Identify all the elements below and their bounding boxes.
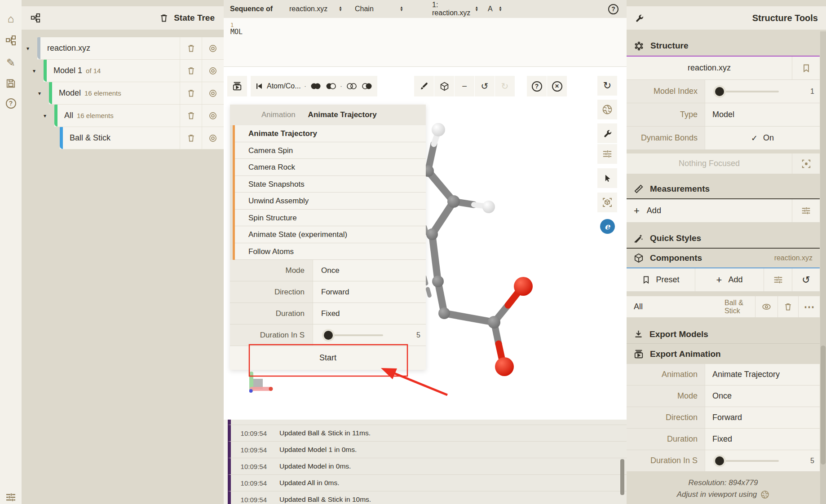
export-animation-select[interactable]: Animate Trajectory <box>705 364 820 385</box>
home-icon[interactable]: ⌂ <box>1 9 21 29</box>
menu-item-unwind-assembly[interactable]: Unwind Assembly <box>235 193 426 210</box>
tree-icon[interactable] <box>31 13 40 23</box>
component-representation[interactable]: Ball & Stick <box>724 296 755 317</box>
component-cube-button[interactable] <box>434 76 454 96</box>
tree-row-model[interactable]: ▾ Model 16 elements <box>49 82 224 105</box>
menu-item-camera-spin[interactable]: Camera Spin <box>235 142 426 159</box>
settings-sliders-icon[interactable] <box>1 487 21 504</box>
component-visibility-button[interactable] <box>755 296 777 317</box>
chain-select[interactable]: 1: reaction.xyz ▲▼ <box>432 0 474 18</box>
duration-select[interactable]: Fixed <box>313 303 426 324</box>
selection-add-icon[interactable] <box>310 83 322 90</box>
animation-menu-button[interactable] <box>227 76 247 96</box>
visibility-button[interactable] <box>202 105 224 127</box>
focus-target-button[interactable] <box>792 153 820 174</box>
log-scrollbar-thumb[interactable] <box>620 459 624 495</box>
slider-knob[interactable] <box>322 329 335 342</box>
section-export-animation[interactable]: Export Animation <box>627 344 820 364</box>
direction-select[interactable]: Forward <box>313 281 426 302</box>
tree-row-all[interactable]: ▾ All 16 elements <box>54 105 224 127</box>
tree-row-model1[interactable]: ▾ Model 1 of 14 <box>44 60 224 82</box>
preset-button[interactable]: Preset <box>627 268 695 291</box>
section-components[interactable]: Components reaction.xyz <box>627 248 820 268</box>
molstar-badge[interactable]: e <box>597 216 617 236</box>
reset-zoom-button[interactable] <box>597 193 617 212</box>
export-mode-select[interactable]: Once <box>705 386 820 407</box>
visibility-button[interactable] <box>202 82 224 104</box>
components-add-button[interactable]: + Add <box>695 268 764 291</box>
model-index-slider[interactable] <box>716 91 779 92</box>
selection-set-icon[interactable] <box>361 83 373 90</box>
components-history-button[interactable]: ↺ <box>792 268 820 291</box>
subtract-button[interactable]: − <box>455 76 474 96</box>
component-more-button[interactable]: ⋯ <box>798 296 820 317</box>
visibility-button[interactable] <box>202 127 224 149</box>
controls-toggle-button[interactable] <box>597 123 617 143</box>
menu-item-state-snapshots[interactable]: State Snapshots <box>235 176 426 193</box>
section-quick-styles[interactable]: Quick Styles <box>627 229 820 248</box>
viewport-close-button[interactable]: ✕ <box>547 76 567 96</box>
selection-granularity-label[interactable]: Atom/Co... <box>267 82 301 90</box>
measurements-add-button[interactable]: + Add <box>627 199 792 222</box>
export-direction-select[interactable]: Forward <box>705 407 820 428</box>
operator-select[interactable]: A ▲▼ <box>488 0 502 18</box>
theme-brush-button[interactable] <box>414 76 434 96</box>
help-rail-icon[interactable]: ? <box>1 93 21 113</box>
mode-select[interactable]: Once <box>313 260 426 281</box>
state-tree-icon[interactable] <box>1 31 21 50</box>
chevron-down-icon[interactable]: ▾ <box>33 68 35 74</box>
visibility-button[interactable] <box>202 37 224 59</box>
component-name[interactable]: All <box>627 296 724 317</box>
animation-menu-header[interactable]: Animation Animate Trajectory <box>230 105 426 125</box>
selection-mode-button[interactable] <box>597 168 617 188</box>
trash-button[interactable] <box>180 105 202 127</box>
dynamic-bonds-toggle[interactable]: ✓ On <box>705 127 820 149</box>
trash-button[interactable] <box>180 37 202 59</box>
visibility-button[interactable] <box>202 60 224 82</box>
type-select[interactable]: Model <box>705 103 820 126</box>
sequence-residue[interactable]: MOL <box>230 28 627 36</box>
chevron-down-icon[interactable]: ▾ <box>44 113 46 119</box>
edit-icon[interactable]: ✎ <box>1 53 21 73</box>
redo-button[interactable]: ↻ <box>495 76 515 96</box>
menu-item-spin-structure[interactable]: Spin Structure <box>235 210 426 227</box>
viewport[interactable]: Atom/Co... · · − ↺ ↻ ? ✕ <box>224 66 627 420</box>
start-button[interactable]: Start <box>230 346 426 370</box>
tree-row-ball-stick[interactable]: Ball & Stick <box>60 127 224 149</box>
chevron-down-icon[interactable]: ▾ <box>27 45 29 52</box>
viewport-settings-button[interactable] <box>597 144 617 164</box>
chevron-down-icon[interactable]: ▾ <box>38 90 41 96</box>
slider-knob[interactable] <box>713 455 726 467</box>
section-export-models[interactable]: Export Models <box>627 325 820 344</box>
trash-icon[interactable] <box>159 13 168 22</box>
undo-button[interactable]: ↺ <box>475 76 495 96</box>
trash-button[interactable] <box>180 60 202 82</box>
menu-item-camera-rock[interactable]: Camera Rock <box>235 159 426 176</box>
component-trash-button[interactable] <box>777 296 798 317</box>
panel-scrollbar-thumb[interactable] <box>821 346 826 465</box>
components-options-button[interactable] <box>764 268 792 291</box>
reset-camera-button[interactable]: ↻ <box>597 76 617 96</box>
panel-scrollbar-track[interactable] <box>820 31 826 504</box>
save-icon[interactable] <box>1 74 21 93</box>
structure-source-select[interactable]: reaction.xyz <box>627 57 792 79</box>
entity-select[interactable]: Chain ▲▼ <box>355 0 403 18</box>
tree-row-reaction[interactable]: ▾ reaction.xyz <box>37 37 224 60</box>
export-duration-slider[interactable] <box>716 460 779 462</box>
axes-gizmo[interactable] <box>249 372 276 398</box>
measurements-options-button[interactable] <box>792 199 820 222</box>
export-duration-select[interactable]: Fixed <box>705 429 820 450</box>
trash-button[interactable] <box>180 127 202 149</box>
selection-remove-icon[interactable] <box>325 83 337 90</box>
menu-item-animate-trajectory[interactable]: Animate Trajectory <box>235 125 426 142</box>
bookmark-button[interactable] <box>792 57 820 79</box>
sequence-help-button[interactable]: ? <box>608 4 618 14</box>
duration-slider[interactable] <box>325 334 383 336</box>
selection-intersect-icon[interactable] <box>346 83 358 90</box>
skip-previous-icon[interactable] <box>255 82 263 90</box>
trash-button[interactable] <box>180 82 202 104</box>
viewport-help-button[interactable]: ? <box>527 76 547 96</box>
screenshot-button[interactable] <box>597 100 617 119</box>
section-measurements[interactable]: Measurements <box>627 180 820 199</box>
structure-select[interactable]: reaction.xyz ▲▼ <box>289 0 342 18</box>
